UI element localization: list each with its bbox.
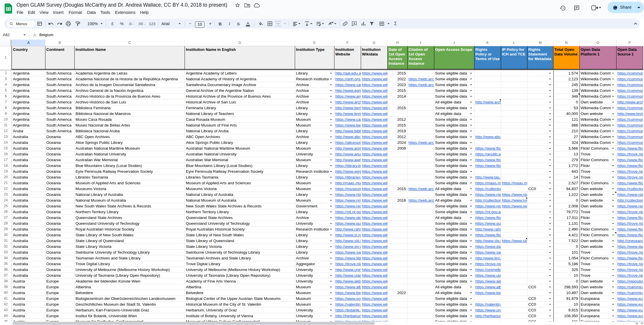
svg-text:A: A <box>330 22 332 25</box>
